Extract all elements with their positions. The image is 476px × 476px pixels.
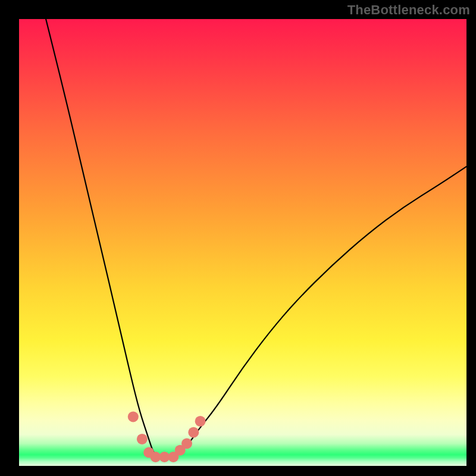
plot-area	[19, 19, 466, 466]
attribution-text: TheBottleneck.com	[347, 2, 470, 18]
chart-frame: TheBottleneck.com	[0, 0, 476, 476]
